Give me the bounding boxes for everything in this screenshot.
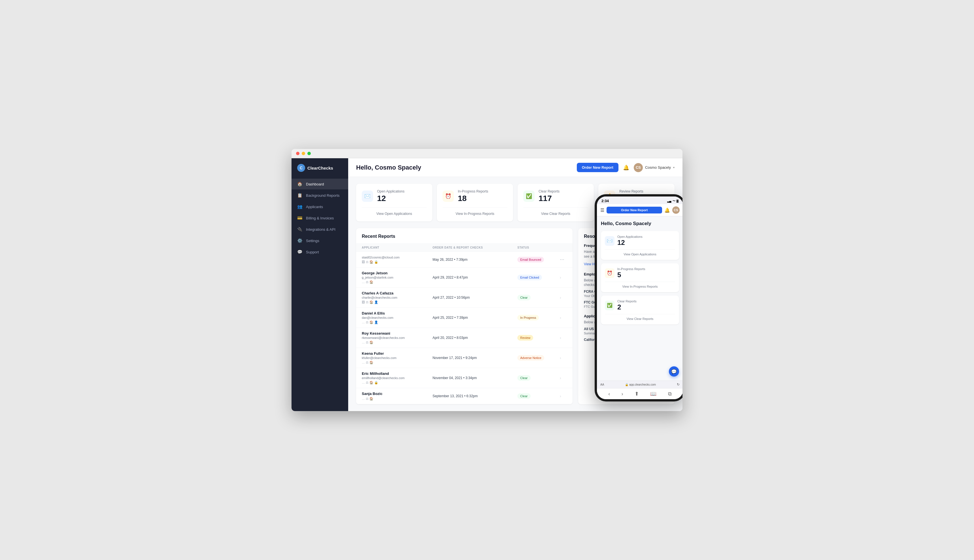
view-clear-reports-link[interactable]: View Clear Reports	[523, 208, 588, 216]
applicant-cell: George Jetson g_jetson@starlink.com … ⚖ …	[362, 271, 433, 284]
sidebar-item-integrations[interactable]: 🔌 Integrations & API	[292, 224, 348, 235]
applicant-email: g_jetson@starlink.com	[362, 276, 433, 279]
chevron-right-icon: ›	[560, 275, 561, 280]
clear-reports-icon-wrap: ✅	[523, 190, 535, 202]
order-date: September 13, 2021 • 6:32pm	[433, 394, 518, 398]
order-date: April 27, 2022 • 10:56pm	[433, 295, 518, 300]
wifi-icon: 〜	[673, 199, 675, 203]
table-row[interactable]: Eric Millholland emillholland@clearcheck…	[356, 368, 573, 388]
chevron-right-icon: ›	[560, 394, 561, 398]
applicant-icons: 🖼 ⚖ 🏠 👤	[362, 300, 433, 304]
mobile-menu-icon[interactable]: ☰	[600, 208, 604, 213]
mobile-share-icon[interactable]: ⬆	[635, 391, 639, 397]
recent-reports-title: Recent Reports	[356, 228, 573, 243]
chevron-down-icon: ▾	[673, 166, 675, 169]
status-badge: Email Clicked	[517, 275, 542, 280]
mobile-clock-icon: ⏰	[605, 268, 615, 278]
mobile-user-avatar: CS	[672, 207, 680, 214]
sidebar-navigation: 🏠 Dashboard 📋 Background Reports 👥 Appli…	[292, 178, 348, 257]
order-date: November 04, 2021 • 3:34pm	[433, 376, 518, 380]
actions-cell: ⋯	[560, 257, 567, 262]
table-row[interactable]: Roy Kesserwani rkesserwani@clearchecks.c…	[356, 328, 573, 348]
applicant-icons: … ⚖ 🏠 👤	[362, 320, 433, 324]
home-icon: 🏠	[297, 182, 302, 187]
order-date-cell: November 04, 2021 • 3:34pm	[433, 376, 518, 380]
status-cell: Clear	[517, 375, 560, 381]
actions-cell: ›	[560, 375, 567, 380]
status-cell: Clear	[517, 393, 560, 399]
sidebar-item-dashboard[interactable]: 🏠 Dashboard	[292, 178, 348, 189]
mobile-view-clear-link[interactable]: View Clear Reports	[605, 314, 675, 320]
clipboard-icon: 📋	[297, 193, 302, 198]
view-open-applications-link[interactable]: View Open Applications	[362, 208, 427, 216]
recent-reports-section: Recent Reports Applicant Order Date & Re…	[356, 228, 573, 404]
mobile-forward-icon[interactable]: ›	[621, 391, 623, 397]
stat-label: Open Applications	[377, 189, 404, 193]
table-row[interactable]: staid02cosmic@icloud.com 🖼 ⚖ 🏠 🔒 May 26,…	[356, 252, 573, 268]
actions-cell: ›	[560, 295, 567, 300]
table-header: Applicant Order Date & Report Checks Sta…	[356, 243, 573, 252]
table-row[interactable]: Sanja Bozic … ⚖ 🏠 September 13, 2021 • 6…	[356, 388, 573, 404]
lock-icon: 🔒	[625, 383, 628, 386]
sidebar-item-applicants[interactable]: 👥 Applicants	[292, 201, 348, 212]
sidebar-item-background-reports[interactable]: 📋 Background Reports	[292, 190, 348, 201]
order-new-report-button[interactable]: Order New Report	[577, 163, 618, 172]
notification-icon[interactable]: 🔔	[623, 165, 629, 171]
mobile-stat-value: 5	[617, 271, 645, 279]
stat-label: Review Reports	[619, 189, 643, 193]
status-badge: Clear	[517, 295, 530, 300]
stat-info: Clear Reports 117	[538, 189, 560, 203]
stat-value: 12	[377, 194, 404, 203]
sidebar-item-support[interactable]: 💬 Support	[292, 247, 348, 257]
minimize-button[interactable]	[302, 152, 305, 155]
maximize-button[interactable]	[307, 152, 311, 155]
mobile-order-button[interactable]: Order New Report	[606, 207, 662, 213]
order-date-cell: April 27, 2022 • 10:56pm	[433, 295, 518, 300]
sidebar-item-label: Dashboard	[306, 182, 324, 186]
order-date: November 17, 2021 • 9:24pm	[433, 356, 518, 360]
mobile-url-bar: AA 🔒 app.clearchecks.com ↻	[597, 380, 682, 388]
applicant-cell: staid02cosmic@icloud.com 🖼 ⚖ 🏠 🔒	[362, 255, 433, 264]
mobile-status-bar: 2:34 ▂▄ 〜 ▓	[597, 197, 682, 204]
stat-label: In-Progress Reports	[458, 189, 488, 193]
checkmark-icon: ✅	[526, 193, 532, 199]
stat-value: 18	[458, 194, 488, 203]
mobile-bookmarks-icon[interactable]: 📖	[650, 391, 657, 397]
mobile-view-in-progress-link[interactable]: View In-Progress Reports	[605, 282, 675, 288]
more-options-icon[interactable]: ⋯	[560, 257, 564, 262]
mobile-stat-top: ✅ Clear Reports 2	[605, 300, 675, 311]
sidebar-item-settings[interactable]: ⚙️ Settings	[292, 235, 348, 246]
mobile-tabs-icon[interactable]: ⧉	[668, 391, 672, 397]
applicant-cell: Roy Kesserwani rkesserwani@clearchecks.c…	[362, 331, 433, 344]
chevron-right-icon: ›	[560, 295, 561, 300]
order-date-cell: April 20, 2022 • 8:03pm	[433, 336, 518, 340]
sidebar-item-billing[interactable]: 💳 Billing & Invoices	[292, 213, 348, 223]
mobile-stat-label: Open Applications	[617, 235, 643, 238]
mobile-back-icon[interactable]: ‹	[608, 391, 610, 397]
table-row[interactable]: Keena Fuller kfuller@clearchecks.com … ⚖…	[356, 348, 573, 368]
mobile-time: 2:34	[601, 199, 609, 203]
table-row[interactable]: Daniel A Ellis dan@clearchecks.com … ⚖ 🏠…	[356, 308, 573, 328]
mobile-view-open-link[interactable]: View Open Applications	[605, 250, 675, 256]
table-row[interactable]: Charles A Cafazza charlie@clearchecks.co…	[356, 288, 573, 308]
reports-table: Applicant Order Date & Report Checks Sta…	[356, 243, 573, 404]
table-row[interactable]: George Jetson g_jetson@starlink.com … ⚖ …	[356, 268, 573, 288]
mobile-notification-icon[interactable]: 🔔	[664, 208, 670, 213]
mobile-browser-nav: ☰ Order New Report 🔔 CS	[597, 204, 682, 216]
actions-cell: ›	[560, 355, 567, 360]
mobile-aa-label[interactable]: AA	[600, 383, 604, 386]
applicant-icons: … ⚖ 🏠	[362, 280, 433, 284]
mobile-chat-button[interactable]: 💬	[669, 367, 679, 377]
mobile-stat-card-open: ✉️ Open Applications 12 View Open Applic…	[601, 231, 679, 260]
header-right: Order New Report 🔔 CS Cosmo Spacely ▾	[577, 163, 675, 172]
close-button[interactable]	[296, 152, 299, 155]
open-applications-icon-wrap: ✉️	[362, 190, 373, 202]
browser-titlebar	[292, 149, 682, 158]
mobile-reload-icon[interactable]: ↻	[677, 382, 680, 387]
sidebar-item-label: Integrations & API	[306, 227, 336, 232]
status-cell: Clear	[517, 295, 560, 300]
user-menu[interactable]: CS Cosmo Spacely ▾	[634, 163, 675, 172]
view-in-progress-link[interactable]: View In-Progress Reports	[443, 208, 508, 216]
status-badge: In Progress	[517, 315, 539, 320]
top-header: Hello, Cosmo Spacely Order New Report 🔔 …	[348, 158, 682, 177]
